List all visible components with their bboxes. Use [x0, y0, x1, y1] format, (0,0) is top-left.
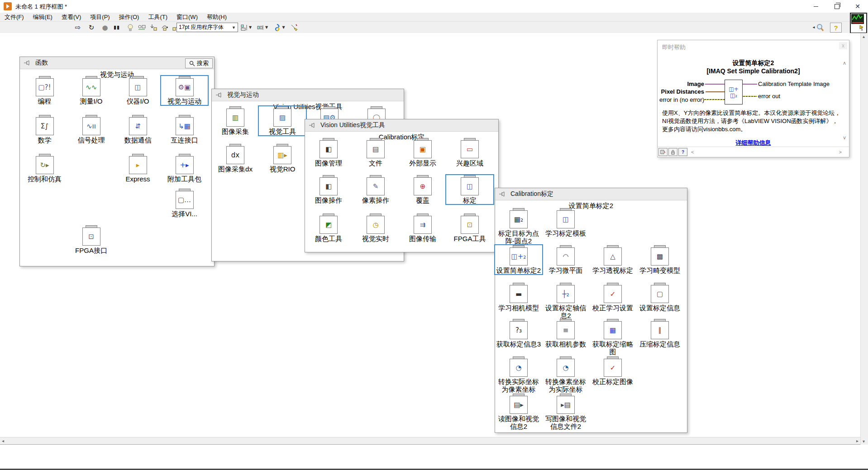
palette-item[interactable]: ▢设置标定信息: [636, 283, 683, 312]
menu-item[interactable]: 查看(V): [57, 13, 86, 21]
run-button[interactable]: ⇨: [72, 23, 83, 32]
horizontal-scrollbar[interactable]: ◂ ▸: [0, 437, 860, 445]
scroll-left-arrow[interactable]: ◂: [2, 438, 4, 443]
palette-item[interactable]: Σ∫数学: [21, 115, 68, 144]
menu-item[interactable]: 窗口(W): [172, 13, 202, 21]
palette-item[interactable]: ▣外部显示: [399, 138, 446, 167]
font-selector[interactable]: 17pt 应用程序字体 ▼: [176, 23, 238, 32]
chevron-left-icon: ◄: [812, 25, 816, 29]
lock-help-button[interactable]: [668, 148, 677, 156]
menu-item[interactable]: 文件(F): [0, 13, 29, 21]
question-icon: ?: [682, 150, 684, 155]
palette-item[interactable]: ◫标定: [446, 175, 493, 204]
palette-item-icon: ▤▸: [510, 396, 528, 414]
minimize-button[interactable]: [806, 0, 826, 13]
palette-item-label: 测量I/O: [68, 97, 114, 105]
menu-bar: 文件(F)编辑(E)查看(V)项目(P)操作(O)工具(T)窗口(W)帮助(H): [0, 13, 868, 22]
menu-item[interactable]: 编辑(E): [29, 13, 57, 21]
palette-item[interactable]: ◫仪器I/O: [114, 76, 161, 105]
menu-item[interactable]: 操作(O): [114, 13, 144, 21]
reorder-objects-button[interactable]: ▼: [272, 23, 287, 32]
palette-item[interactable]: ▤▸读图像和视觉信息2: [495, 394, 542, 430]
close-button[interactable]: x: [839, 42, 847, 49]
palette-item[interactable]: ▢?!编程: [21, 76, 68, 105]
palette-item[interactable]: ▭兴趣区域: [446, 138, 493, 167]
palette-item[interactable]: +▸附加工具包: [161, 154, 208, 183]
palette-item[interactable]: ✓校正学习设置: [589, 283, 636, 312]
palette-item[interactable]: ⊡FPGA工具: [446, 214, 493, 242]
highlight-execution-button[interactable]: [125, 23, 136, 32]
detailed-help-button[interactable]: ?: [678, 148, 687, 156]
palette-item[interactable]: ◫学习标定模板: [542, 208, 589, 237]
palette-item[interactable]: ▤文件: [352, 138, 399, 167]
context-help-button[interactable]: ?: [830, 23, 842, 33]
palette-item-icon: ▸▤: [557, 396, 575, 414]
palette-item[interactable]: ∿ıı信号处理: [68, 115, 114, 144]
palette-item[interactable]: ≡获取相机参数: [542, 319, 589, 348]
palette-item[interactable]: ▦₂标定目标为点阵-圆点2: [495, 208, 542, 245]
palette-item[interactable]: ◫+₂设置简单标定2: [495, 245, 542, 274]
palette-item[interactable]: ◠学习微平面: [542, 245, 589, 274]
palette-item[interactable]: ∿∿测量I/O: [68, 76, 114, 105]
menu-item[interactable]: 工具(T): [143, 13, 172, 21]
vertical-scrollbar[interactable]: ▴ ▾: [860, 33, 868, 445]
scroll-up-arrow[interactable]: ▴: [863, 34, 865, 39]
detailed-help-link[interactable]: 详细帮助信息: [658, 139, 849, 147]
wire-image: [705, 84, 725, 85]
abort-button[interactable]: ●: [100, 23, 110, 32]
palette-item[interactable]: ?₃获取标定信息3: [495, 319, 542, 348]
palette-item[interactable]: ▨视觉工具: [259, 106, 306, 135]
scroll-left-arrow[interactable]: <: [691, 149, 694, 155]
palette-item[interactable]: dx图像采集dx: [212, 144, 259, 173]
palette-item[interactable]: ◔转换像素坐标为实际坐标: [542, 356, 589, 393]
palette-item[interactable]: ▥图像采集: [212, 106, 259, 135]
align-objects-button[interactable]: ▼: [239, 23, 253, 32]
cleanup-diagram-button[interactable]: [289, 23, 300, 32]
palette-item[interactable]: ◔转换实际坐标为像素坐标: [495, 356, 542, 393]
scroll-right-arrow[interactable]: ▸: [856, 438, 858, 443]
palette-item-label: 标定: [446, 196, 493, 204]
palette-item[interactable]: ✎像素操作: [352, 175, 399, 204]
palette-item[interactable]: ▬学习相机模型: [495, 283, 542, 312]
distribute-objects-button[interactable]: ▼: [255, 23, 270, 32]
toggle-optional-terminals-button[interactable]: [658, 148, 668, 156]
palette-item[interactable]: ⊡FPGA接口: [68, 225, 114, 254]
palette-item[interactable]: ⇵数据通信: [114, 115, 161, 144]
palette-item[interactable]: ┼₂设置标定轴信息2: [542, 283, 589, 319]
palette-item[interactable]: ◧图像管理: [305, 138, 352, 167]
menu-item[interactable]: 帮助(H): [202, 13, 231, 21]
palette-item[interactable]: ▸Express: [114, 154, 161, 183]
palette-item[interactable]: ▢…选择VI...: [161, 189, 208, 218]
palette-item[interactable]: ⚙▣视觉与运动: [161, 76, 208, 105]
run-continuously-button[interactable]: ↻: [86, 23, 97, 32]
labview-logo-icon[interactable]: 1: [850, 13, 867, 33]
search-button[interactable]: ◄: [812, 23, 825, 32]
palette-calibration: Calibration标定 设置简单标定2 ▦₂标定目标为点阵-圆点2◫学习标定…: [495, 188, 687, 433]
palette-item-icon: ◫: [461, 177, 479, 195]
scroll-down-arrow[interactable]: ▾: [863, 439, 865, 444]
palette-item[interactable]: ↳▦互连接口: [161, 115, 208, 144]
palette-item[interactable]: ◷视觉实时: [352, 214, 399, 242]
palette-item[interactable]: ⊕覆盖: [399, 175, 446, 204]
palette-item[interactable]: ↻▸控制和仿真: [21, 154, 68, 183]
palette-item[interactable]: ▥▸视觉RIO: [259, 144, 306, 173]
palette-item-label: 标定目标为点阵-圆点2: [495, 229, 542, 245]
palette-item[interactable]: ✓校正标定图像: [589, 356, 636, 385]
retain-wire-values-button[interactable]: [137, 23, 148, 32]
palette-item[interactable]: ◧图像操作: [305, 175, 352, 204]
palette-item[interactable]: ◩颜色工具: [305, 214, 352, 242]
palette-item[interactable]: ▩学习畸变模型: [636, 245, 683, 274]
step-into-button[interactable]: [148, 23, 159, 32]
palette-item[interactable]: ∥压缩标定信息: [636, 319, 683, 348]
close-button[interactable]: ✕: [847, 0, 868, 13]
palette-item[interactable]: ▸▤写图像和视觉信息文件2: [542, 394, 589, 430]
palette-item[interactable]: ⇉图像传输: [399, 214, 446, 242]
scroll-right-arrow[interactable]: >: [839, 149, 842, 155]
palette-item[interactable]: ▦获取标定缩略图: [589, 319, 636, 356]
step-over-button[interactable]: [159, 23, 170, 32]
restore-button[interactable]: [826, 0, 847, 13]
palette-item[interactable]: △学习透视标定: [589, 245, 636, 274]
palette-item-icon: ✎: [367, 177, 385, 195]
pause-button[interactable]: ▮▮: [111, 23, 122, 32]
menu-item[interactable]: 项目(P): [86, 13, 114, 21]
